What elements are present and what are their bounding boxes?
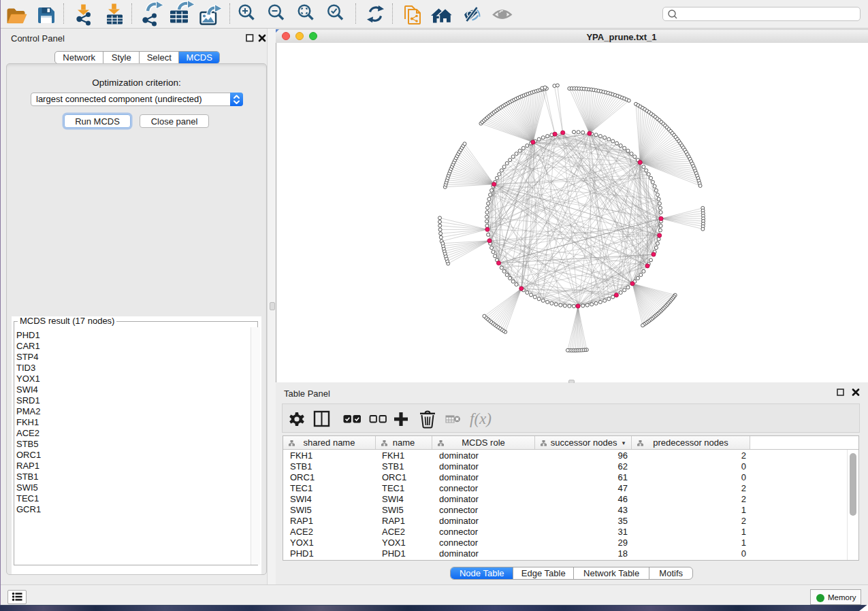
- svg-text:f(x): f(x): [470, 410, 492, 427]
